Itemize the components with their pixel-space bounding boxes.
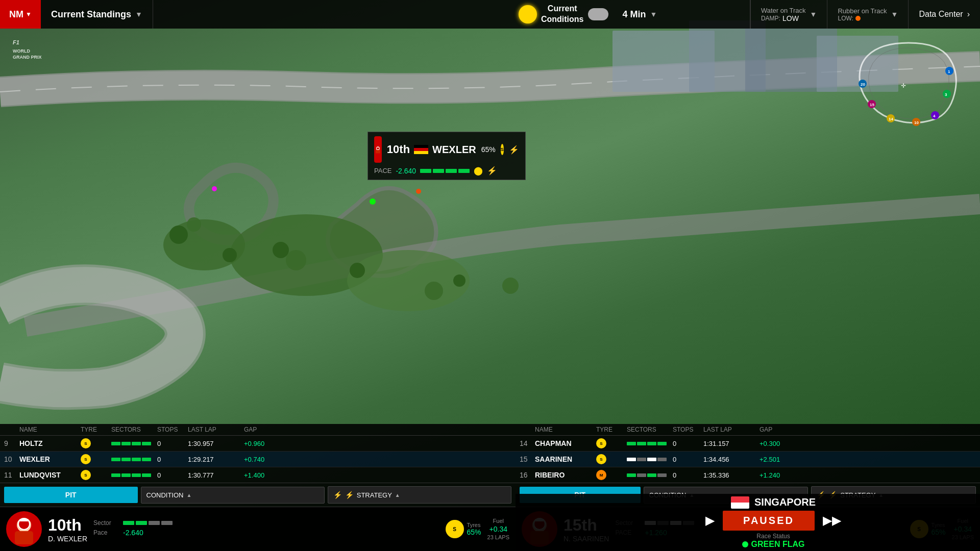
laps-left: 23 LAPS xyxy=(487,534,509,540)
weather-time-section: 4 Min ▼ xyxy=(612,9,668,20)
svg-text:WORLD: WORLD xyxy=(13,48,30,54)
driver-wexler: WEXLER xyxy=(19,455,81,463)
pos-14: 14 xyxy=(520,439,535,447)
svg-rect-43 xyxy=(15,531,33,544)
mini-map: 1 3 4 10 14 15 20 ✛ xyxy=(847,33,970,135)
pos-11: 11 xyxy=(4,471,19,479)
rubber-section: Rubber on Track LOW: ▼ xyxy=(827,0,908,29)
condition-button-left[interactable]: CONDITION ▲ xyxy=(141,487,325,504)
standings-label: Current Standings xyxy=(51,9,131,20)
chevron-down-icon[interactable]: ▼ xyxy=(891,10,898,18)
water-label: Water on Track xyxy=(761,7,806,14)
weather-time: 4 Min xyxy=(623,9,646,20)
driver-avatar xyxy=(374,136,382,163)
tyre-wexler: S xyxy=(81,454,111,464)
fuel-value-left: +0.34 xyxy=(489,525,507,533)
header-pos-r xyxy=(520,426,535,433)
status-position-left: 10th D. WEXLER xyxy=(48,516,87,543)
svg-point-9 xyxy=(273,242,289,258)
table-header-right: Name Tyre Sectors Stops Last Lap Gap xyxy=(516,424,980,436)
stops-holtz: 0 xyxy=(157,440,188,447)
sectors-saarinen xyxy=(627,458,673,461)
svg-point-13 xyxy=(453,274,465,287)
playback-controls: ▶ PAUSED ▶▶ xyxy=(705,511,841,531)
lastlap-saarinen: 1:34.456 xyxy=(703,456,760,463)
lastlap-chapman: 1:31.157 xyxy=(703,440,760,447)
location-name: SINGAPORE xyxy=(754,496,816,508)
lightning-icon-2: ⚡ xyxy=(487,166,497,176)
race-status-label: Race Status xyxy=(756,533,790,540)
lastlap-ribeiro: 1:35.336 xyxy=(703,471,760,479)
table-row: 9 HOLTZ S 0 1:30.957 +0.960 xyxy=(0,436,516,452)
status-tyres-left: S Tyres 65% xyxy=(446,520,481,538)
fuel-label-left: Fuel xyxy=(493,518,504,524)
driver-saarinen: SAARINEN xyxy=(535,455,596,463)
status-details-left: Sector Pace -2.640 xyxy=(93,519,439,539)
driver-chapman: CHAPMAN xyxy=(535,439,596,447)
singapore-flag xyxy=(731,496,749,509)
svg-point-11 xyxy=(350,263,365,278)
driver-flag xyxy=(414,145,428,154)
pos-15: 15 xyxy=(520,455,535,463)
nm-logo[interactable]: NM ▼ xyxy=(0,0,41,29)
svg-text:✛: ✛ xyxy=(901,82,906,89)
orange-dot xyxy=(855,16,861,21)
pause-button[interactable]: PAUSED xyxy=(723,511,815,531)
header-pos xyxy=(4,426,19,433)
sectors-chapman xyxy=(627,442,673,445)
strategy-button-left[interactable]: ⚡ ⚡ STRATEGY ▲ xyxy=(328,486,511,504)
header-tyre: Tyre xyxy=(81,426,111,433)
center-status-bar: SINGAPORE ▶ PAUSED ▶▶ Race Status GREEN … xyxy=(516,494,980,551)
table-row: 15 SAARINEN S 0 1:34.456 +2.501 xyxy=(516,452,980,467)
header-lastlap-r: Last Lap xyxy=(703,426,760,433)
data-center-button[interactable]: Data Center › xyxy=(908,0,980,29)
table-row: 10 WEXLER S 0 1:29.217 +0.740 xyxy=(0,452,516,467)
header-gap-r: Gap xyxy=(760,426,800,433)
standings-dropdown[interactable]: Current Standings ▼ xyxy=(41,0,153,29)
table-row: 14 CHAPMAN S 0 1:31.157 +0.300 xyxy=(516,436,980,452)
lightning-icon: ⚡ xyxy=(509,145,519,155)
standings-table-left: Name Tyre Sectors Stops Last Lap Gap 9 H… xyxy=(0,424,516,483)
pos-10: 10 xyxy=(4,455,19,463)
pit-button-left[interactable]: PIT xyxy=(4,487,138,503)
sectors-ribeiro xyxy=(627,473,673,477)
svg-rect-38 xyxy=(376,150,380,154)
tyre-saarinen: S xyxy=(596,454,627,464)
tyres-label: Tyres xyxy=(467,522,481,528)
chevron-down-icon: ▼ xyxy=(26,11,32,18)
lightning-icon-left2: ⚡ xyxy=(345,491,354,499)
svg-text:20: 20 xyxy=(861,82,865,87)
chevron-down-icon[interactable]: ▼ xyxy=(650,10,657,18)
header-lastlap: Last Lap xyxy=(188,426,244,433)
gap-saarinen: +2.501 xyxy=(760,456,800,463)
driver-lundqvist: LUNDQVIST xyxy=(19,471,81,479)
svg-text:F1: F1 xyxy=(13,39,19,45)
tyre-holtz: S xyxy=(81,438,111,448)
cloud-icon xyxy=(588,8,608,20)
chevron-down-icon[interactable]: ▼ xyxy=(810,10,817,18)
lastlap-holtz: 1:30.957 xyxy=(188,440,244,447)
svg-rect-46 xyxy=(20,519,28,521)
status-driver-full: D. WEXLER xyxy=(48,535,87,543)
nm-text: NM xyxy=(9,9,23,20)
location-section: SINGAPORE xyxy=(731,496,816,509)
soft-tyre-icon: S xyxy=(501,144,504,155)
pace-label-status: Pace xyxy=(93,529,119,536)
tyre-ribeiro: M xyxy=(596,470,627,480)
stops-lundqvist: 0 xyxy=(157,471,188,479)
top-bar: NM ▼ Current Standings ▼ CurrentConditio… xyxy=(0,0,980,29)
data-center-label: Data Center xyxy=(919,10,963,19)
green-flag-dot xyxy=(742,541,748,547)
tyre-lundqvist: S xyxy=(81,470,111,480)
svg-text:GRAND PRIX: GRAND PRIX xyxy=(13,55,42,60)
sectors-wexler xyxy=(111,458,157,461)
standings-table-right: Name Tyre Sectors Stops Last Lap Gap 14 … xyxy=(516,424,980,483)
condition-label-left: CONDITION xyxy=(146,491,184,499)
water-value: LOW xyxy=(782,14,799,22)
water-sublabel: DAMP: xyxy=(761,15,780,22)
svg-point-16 xyxy=(370,198,376,205)
driver-position: 10th xyxy=(387,143,410,156)
fast-forward-button[interactable]: ▶▶ xyxy=(823,513,841,528)
play-button[interactable]: ▶ xyxy=(705,513,715,528)
sectors-lundqvist xyxy=(111,473,157,477)
